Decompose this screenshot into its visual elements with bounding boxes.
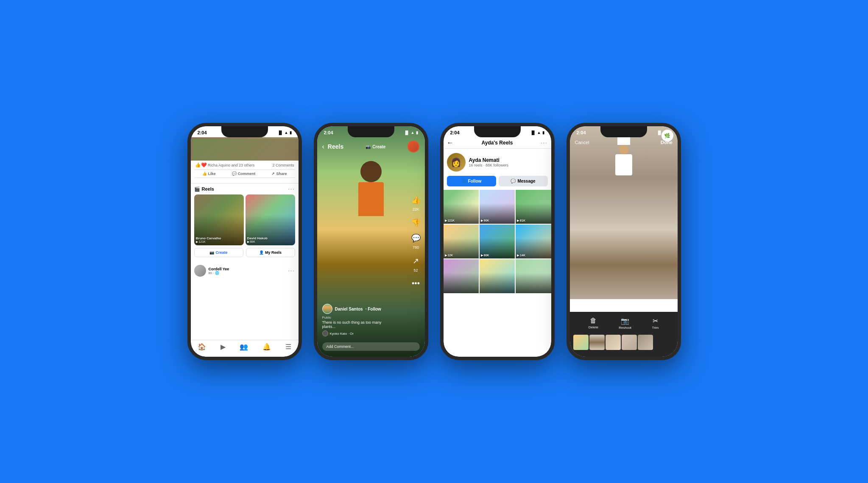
reactions-row: 👍❤️ Richa Aquino and 23 others 2 Comment… (194, 161, 295, 169)
ayda-menu[interactable]: ··· (541, 140, 547, 146)
comment-button[interactable]: 💬 Comment (232, 172, 256, 176)
share-icon: ↗ (271, 172, 275, 176)
share-button[interactable]: ↗ Share (271, 172, 287, 176)
reel-user-avatar (322, 304, 332, 314)
time-3: 2:04 (450, 130, 460, 135)
signal-icon: ▐▌ (278, 130, 283, 135)
reel-count-5: ▶ 80K (481, 254, 489, 257)
person-icon: 👤 (259, 250, 264, 255)
reels-top-left: ‹ Reels (322, 143, 344, 150)
dislike-action[interactable]: 👎 (411, 218, 421, 228)
comment-icon: 💬 (232, 172, 237, 176)
timeline-thumb-4[interactable] (622, 335, 637, 350)
profile-name: Ayda Nemati (469, 157, 509, 163)
timeline-thumb-5[interactable] (638, 335, 653, 350)
phone-2: 2:04 ▐▌ ▲ ▮ ‹ Reels 📷 Create (314, 123, 428, 360)
wifi-icon-4: ▲ (664, 130, 667, 135)
reels-icon: 🎬 (194, 186, 200, 192)
ayda-reels-grid: ▶ 121K ▶ 90K ▶ 81K ▶ 12K ▶ 80K (444, 190, 551, 293)
reel-caption: There is no such thing as too many plant… (322, 320, 394, 329)
delete-action[interactable]: 🗑 Delete (589, 317, 598, 330)
bell-nav[interactable]: 🔔 (262, 343, 271, 351)
my-reels-button[interactable]: 👤 My Reels (246, 248, 295, 257)
share-action[interactable]: ↗ 52 (413, 256, 419, 273)
status-icons-2: ▐▌ ▲ ▮ (404, 130, 418, 135)
create-reel-button[interactable]: 📷 Create (194, 248, 243, 257)
fb-header: 👍❤️ Richa Aquino and 23 others 2 Comment… (191, 161, 299, 183)
ayda-reel-6[interactable]: ▶ 14K (516, 225, 551, 258)
editor-timeline (570, 335, 678, 350)
wifi-icon-3: ▲ (537, 130, 541, 135)
reshoot-action[interactable]: 📷 Reshoot (619, 317, 631, 330)
menu-nav[interactable]: ☰ (285, 343, 291, 351)
ayda-reel-9[interactable] (516, 259, 551, 293)
reel-music: Kyoko Kato · Or (322, 330, 394, 336)
signal-icon-3: ▐▌ (530, 130, 536, 135)
ayda-reel-3[interactable]: ▶ 81K (516, 190, 551, 224)
messenger-icon: 💬 (511, 179, 516, 183)
status-bar-3: 2:04 ▐▌ ▲ ▮ (444, 126, 551, 137)
video-nav[interactable]: ▶ (220, 343, 226, 351)
status-icons-1: ▐▌ ▲ ▮ (278, 130, 292, 135)
home-nav[interactable]: 🏠 (198, 343, 206, 351)
ayda-reel-4[interactable]: ▶ 12K (444, 225, 479, 258)
time-2: 2:04 (324, 130, 333, 135)
status-bar-4: 2:04 ▐▌ ▲ ▮ (570, 126, 678, 137)
battery-icon-2: ▮ (416, 130, 418, 135)
ayda-info: Ayda Nemati 16 reels · 88K followers (469, 157, 509, 167)
ayda-reel-8[interactable] (480, 259, 515, 293)
like-button[interactable]: 👍 Like (202, 172, 216, 176)
ayda-profile: 👩 Ayda Nemati 16 reels · 88K followers (444, 149, 551, 176)
thumbs-up-icon: 👍 (411, 195, 421, 205)
done-button[interactable]: Done (661, 140, 673, 145)
reel-count-6: ▶ 14K (517, 254, 525, 257)
ayda-reel-1[interactable]: ▶ 121K (444, 190, 479, 224)
back-button-3[interactable]: ← (447, 139, 454, 147)
camera-icon-2: 📷 (366, 144, 371, 149)
people-nav[interactable]: 👥 (240, 343, 248, 351)
cancel-button[interactable]: Cancel (575, 140, 589, 145)
editor-video: 🌿 (570, 126, 678, 299)
camera-icon: 📷 (209, 250, 214, 255)
profile-stats: 16 reels · 88K followers (469, 163, 509, 167)
reel-thumb-2[interactable]: David Hakob ▶ 88K (246, 194, 295, 245)
ayda-reel-2[interactable]: ▶ 90K (480, 190, 515, 224)
reels-menu[interactable]: ··· (288, 186, 295, 192)
reel-info-1: Bruno Carvalho ▶ 121K (196, 236, 221, 244)
back-button[interactable]: ‹ (322, 143, 324, 150)
like-action[interactable]: 👍 22K (411, 195, 421, 212)
timeline-thumb-1[interactable] (573, 335, 589, 350)
follow-button[interactable]: 👤 Follow (447, 176, 496, 186)
trim-action[interactable]: ✂ Trim (652, 317, 659, 330)
ayda-title: Ayda's Reels (454, 140, 541, 146)
comment-input[interactable]: Add Comment... (322, 342, 420, 351)
create-button[interactable]: 📷 Create (366, 144, 385, 149)
ayda-reel-7[interactable] (444, 259, 479, 293)
reel-count-3: ▶ 81K (517, 219, 525, 222)
timeline-thumb-3[interactable] (606, 335, 621, 350)
reels-header: 🎬 Reels ··· (194, 186, 295, 192)
timeline-thumb-2[interactable] (589, 335, 605, 350)
reel-thumb-1[interactable]: Bruno Carvalho ▶ 121K (194, 194, 244, 245)
more-action[interactable]: ••• (412, 279, 420, 288)
post-info: Cordell Yee 8h · 🌐 (209, 267, 286, 275)
camera-icon-3: 📷 (619, 317, 631, 325)
message-button[interactable]: 💬 Message (499, 176, 548, 186)
comment-action[interactable]: 💬 780 (411, 233, 421, 250)
delete-icon: 🗑 (589, 317, 598, 325)
reel-count-1: ▶ 121K (445, 219, 455, 222)
ayda-reel-5[interactable]: ▶ 80K (480, 225, 515, 258)
battery-icon-3: ▮ (542, 130, 544, 135)
share-icon-2: ↗ (413, 256, 419, 266)
post-preview: Cordell Yee 8h · 🌐 ··· (191, 262, 299, 279)
reels-actions: 📷 Create 👤 My Reels (194, 248, 295, 257)
cover-photo (191, 137, 299, 161)
user-avatar-2[interactable] (407, 141, 419, 153)
like-icon: 👍 (202, 172, 207, 176)
post-menu[interactable]: ··· (288, 268, 295, 274)
status-bar-1: 2:04 ▐▌ ▲ ▮ (191, 126, 299, 137)
reels-grid: Bruno Carvalho ▶ 121K David Hakob ▶ 88K (194, 194, 295, 245)
reels-title: 🎬 Reels (194, 186, 214, 192)
reel-count-2: ▶ 90K (481, 219, 489, 222)
reels-bottom-info: Daniel Santos · Follow Public There is n… (317, 300, 399, 340)
